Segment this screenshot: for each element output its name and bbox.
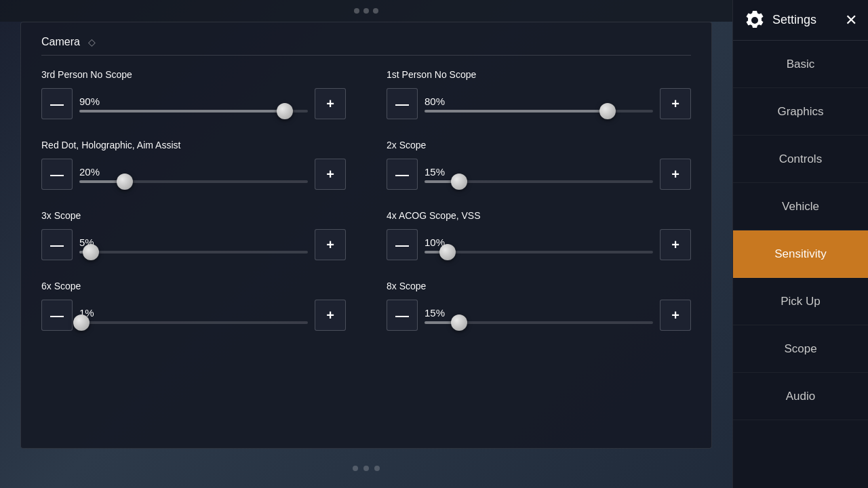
- top-dot-2: [363, 8, 369, 14]
- minus-button-1st-person-no-scope[interactable]: —: [387, 88, 418, 119]
- gear-icon: [744, 9, 766, 31]
- sidebar-item-label-sensitivity: Sensitivity: [774, 247, 827, 261]
- setting-group-3x-scope: 3x Scope—5%+: [41, 210, 346, 260]
- sidebar: Settings ✕ BasicGraphicsControlsVehicleS…: [732, 0, 868, 488]
- minus-button-3rd-person-no-scope[interactable]: —: [41, 88, 73, 119]
- sidebar-header-left: Settings: [744, 9, 816, 31]
- bottom-dot-3: [374, 466, 380, 471]
- slider-container-red-dot: 20%: [79, 166, 308, 183]
- slider-value-red-dot: 20%: [79, 166, 308, 178]
- plus-icon-1st-person-no-scope: +: [671, 97, 679, 110]
- sidebar-item-audio[interactable]: Audio: [733, 373, 868, 420]
- slider-track-3x-scope[interactable]: [79, 251, 308, 253]
- slider-value-4x-acog: 10%: [425, 237, 653, 248]
- sidebar-item-graphics[interactable]: Graphics: [733, 88, 868, 136]
- setting-group-3rd-person-no-scope: 3rd Person No Scope—90%+: [41, 69, 346, 119]
- slider-thumb-3x-scope[interactable]: [83, 244, 99, 260]
- plus-icon-2x-scope: +: [671, 167, 679, 181]
- sidebar-item-basic[interactable]: Basic: [733, 41, 868, 88]
- slider-thumb-4x-acog[interactable]: [439, 244, 456, 260]
- settings-panel: Camera ◇ 3rd Person No Scope—90%+1st Per…: [20, 22, 712, 449]
- slider-thumb-1st-person-no-scope[interactable]: [599, 103, 616, 119]
- slider-thumb-red-dot[interactable]: [117, 174, 133, 190]
- slider-thumb-3rd-person-no-scope[interactable]: [277, 103, 293, 119]
- sidebar-item-pickup[interactable]: Pick Up: [733, 278, 868, 325]
- bottom-area: [0, 449, 732, 488]
- section-title: Camera: [41, 36, 80, 48]
- sidebar-item-label-audio: Audio: [786, 390, 815, 403]
- setting-group-6x-scope: 6x Scope—1%+: [41, 281, 346, 331]
- slider-value-3x-scope: 5%: [79, 237, 308, 248]
- minus-button-2x-scope[interactable]: —: [387, 159, 418, 190]
- plus-button-8x-scope[interactable]: +: [660, 300, 691, 331]
- sidebar-item-vehicle[interactable]: Vehicle: [733, 183, 868, 230]
- plus-button-6x-scope[interactable]: +: [315, 300, 346, 331]
- slider-track-4x-acog[interactable]: [425, 251, 653, 253]
- plus-button-3rd-person-no-scope[interactable]: +: [315, 88, 346, 119]
- top-bar-decoration: [354, 8, 378, 14]
- slider-thumb-6x-scope[interactable]: [73, 314, 90, 331]
- slider-value-6x-scope: 1%: [79, 307, 308, 319]
- sidebar-settings-title: Settings: [772, 13, 816, 27]
- plus-icon-red-dot: +: [326, 167, 334, 181]
- plus-icon-6x-scope: +: [326, 308, 334, 322]
- minus-icon-2x-scope: —: [395, 167, 409, 181]
- plus-icon-3x-scope: +: [326, 238, 334, 251]
- slider-track-8x-scope[interactable]: [425, 321, 653, 324]
- sidebar-item-label-pickup: Pick Up: [781, 295, 821, 308]
- slider-track-1st-person-no-scope[interactable]: [425, 110, 653, 113]
- minus-icon-6x-scope: —: [50, 308, 64, 322]
- plus-button-red-dot[interactable]: +: [315, 159, 346, 190]
- slider-thumb-8x-scope[interactable]: [451, 314, 467, 331]
- bottom-decoration: [353, 466, 380, 471]
- plus-icon-8x-scope: +: [671, 308, 679, 322]
- slider-track-red-dot[interactable]: [79, 180, 308, 183]
- sidebar-header: Settings ✕: [733, 0, 868, 41]
- top-dot-1: [354, 8, 359, 14]
- slider-row-2x-scope: —15%+: [387, 159, 691, 190]
- top-bar: [0, 0, 732, 22]
- minus-icon-3x-scope: —: [50, 238, 64, 251]
- minus-icon-1st-person-no-scope: —: [395, 97, 409, 110]
- slider-container-3x-scope: 5%: [79, 237, 308, 253]
- slider-row-8x-scope: —15%+: [387, 300, 691, 331]
- setting-label-2x-scope: 2x Scope: [387, 140, 691, 150]
- minus-button-3x-scope[interactable]: —: [41, 229, 73, 260]
- slider-track-3rd-person-no-scope[interactable]: [79, 110, 308, 113]
- setting-group-8x-scope: 8x Scope—15%+: [387, 281, 691, 331]
- slider-track-2x-scope[interactable]: [425, 180, 653, 183]
- plus-button-1st-person-no-scope[interactable]: +: [660, 88, 691, 119]
- slider-container-4x-acog: 10%: [425, 237, 653, 253]
- plus-button-2x-scope[interactable]: +: [660, 159, 691, 190]
- settings-grid: 3rd Person No Scope—90%+1st Person No Sc…: [41, 69, 691, 331]
- plus-button-3x-scope[interactable]: +: [315, 229, 346, 260]
- slider-container-1st-person-no-scope: 80%: [425, 96, 653, 113]
- slider-thumb-2x-scope[interactable]: [451, 174, 467, 190]
- slider-row-1st-person-no-scope: —80%+: [387, 88, 691, 119]
- plus-button-4x-acog[interactable]: +: [660, 229, 691, 260]
- sidebar-item-sensitivity[interactable]: Sensitivity: [733, 230, 868, 278]
- setting-label-8x-scope: 8x Scope: [387, 281, 691, 291]
- minus-button-4x-acog[interactable]: —: [387, 229, 418, 260]
- section-arrow-icon: ◇: [88, 37, 96, 47]
- setting-group-4x-acog: 4x ACOG Scope, VSS—10%+: [387, 210, 691, 260]
- setting-group-1st-person-no-scope: 1st Person No Scope—80%+: [387, 69, 691, 119]
- slider-container-8x-scope: 15%: [425, 307, 653, 324]
- sidebar-item-controls[interactable]: Controls: [733, 136, 868, 183]
- slider-row-6x-scope: —1%+: [41, 300, 346, 331]
- close-icon[interactable]: ✕: [845, 12, 857, 29]
- sidebar-item-scope[interactable]: Scope: [733, 325, 868, 373]
- minus-icon-8x-scope: —: [395, 308, 409, 322]
- minus-button-red-dot[interactable]: —: [41, 159, 73, 190]
- minus-icon-red-dot: —: [50, 167, 64, 181]
- minus-button-8x-scope[interactable]: —: [387, 300, 418, 331]
- slider-container-3rd-person-no-scope: 90%: [79, 96, 308, 113]
- setting-group-red-dot: Red Dot, Holographic, Aim Assist—20%+: [41, 140, 346, 190]
- slider-value-3rd-person-no-scope: 90%: [79, 96, 308, 107]
- minus-button-6x-scope[interactable]: —: [41, 300, 73, 331]
- slider-track-6x-scope[interactable]: [79, 321, 308, 324]
- sidebar-item-label-controls: Controls: [779, 152, 822, 166]
- slider-row-3x-scope: —5%+: [41, 229, 346, 260]
- setting-label-3x-scope: 3x Scope: [41, 210, 346, 221]
- slider-row-4x-acog: —10%+: [387, 229, 691, 260]
